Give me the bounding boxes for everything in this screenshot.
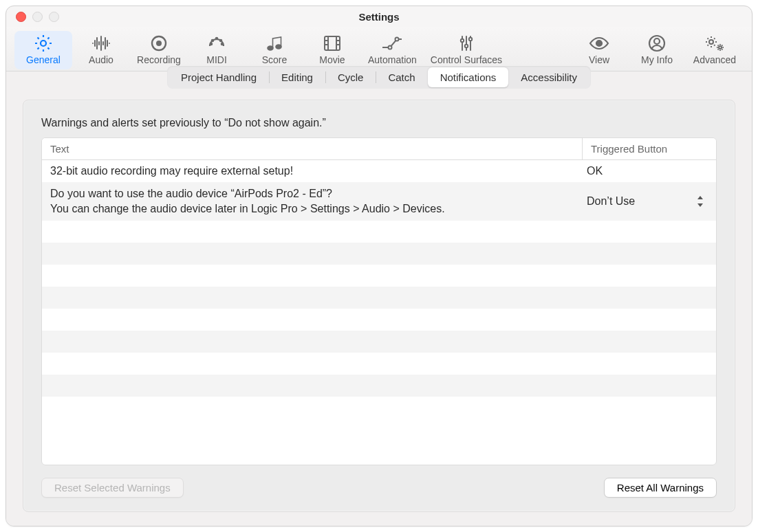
svg-point-13 bbox=[461, 39, 464, 42]
toolbar-item-label: Recording bbox=[137, 54, 181, 65]
toolbar-item-label: Movie bbox=[319, 54, 345, 65]
waveform-icon bbox=[89, 34, 113, 53]
toolbar-item-automation[interactable]: Automation bbox=[361, 31, 424, 69]
panel-buttons: Reset Selected Warnings Reset All Warnin… bbox=[41, 478, 717, 498]
notifications-panel: Warnings and alerts set previously to “D… bbox=[23, 100, 735, 512]
midi-icon bbox=[205, 34, 228, 53]
toolbar-item-label: Audio bbox=[89, 54, 113, 65]
svg-point-15 bbox=[469, 38, 472, 41]
table-row bbox=[42, 353, 716, 375]
table-row bbox=[42, 287, 716, 309]
preferences-toolbar: General Audio Recording bbox=[6, 27, 752, 71]
reset-all-warnings-button[interactable]: Reset All Warnings bbox=[604, 478, 717, 498]
svg-point-3 bbox=[216, 38, 217, 39]
column-header-text[interactable]: Text bbox=[42, 138, 582, 159]
toolbar-item-label: View bbox=[589, 54, 609, 65]
general-subtabs: Project Handling Editing Cycle Catch Not… bbox=[167, 66, 591, 89]
titlebar: Settings bbox=[6, 6, 752, 27]
column-header-triggered-button[interactable]: Triggered Button bbox=[582, 138, 716, 159]
sliders-icon bbox=[455, 34, 478, 53]
toolbar-item-midi[interactable]: MIDI bbox=[188, 31, 246, 69]
subtab-accessibility[interactable]: Accessibility bbox=[508, 67, 589, 87]
panel-description: Warnings and alerts set previously to “D… bbox=[41, 117, 717, 129]
svg-point-6 bbox=[210, 43, 212, 45]
subtab-notifications[interactable]: Notifications bbox=[428, 67, 509, 87]
svg-rect-10 bbox=[325, 36, 340, 50]
table-body: 32-bit audio recording may require exter… bbox=[42, 160, 716, 465]
svg-point-11 bbox=[389, 46, 392, 49]
svg-point-7 bbox=[221, 43, 223, 45]
table-header: Text Triggered Button bbox=[42, 138, 716, 160]
window-title: Settings bbox=[358, 11, 399, 23]
subtab-editing[interactable]: Editing bbox=[269, 67, 325, 87]
svg-point-5 bbox=[220, 40, 221, 41]
suppressed-warnings-table[interactable]: Text Triggered Button 32-bit audio recor… bbox=[41, 137, 717, 465]
close-window-button[interactable] bbox=[16, 12, 26, 22]
svg-point-4 bbox=[212, 40, 213, 41]
toolbar-item-movie[interactable]: Movie bbox=[303, 31, 361, 69]
svg-point-12 bbox=[396, 38, 399, 41]
table-row bbox=[42, 331, 716, 353]
toolbar-item-score[interactable]: Score bbox=[246, 31, 303, 69]
toolbar-item-advanced[interactable]: Advanced bbox=[686, 31, 744, 69]
table-row bbox=[42, 309, 716, 331]
subtab-project-handling[interactable]: Project Handling bbox=[169, 67, 269, 87]
toolbar-item-control-surfaces[interactable]: Control Surfaces bbox=[424, 31, 509, 69]
svg-point-18 bbox=[654, 38, 660, 44]
svg-point-16 bbox=[596, 41, 602, 46]
film-icon bbox=[321, 34, 344, 53]
automation-icon bbox=[380, 34, 404, 53]
triggered-button-popup[interactable]: Don’t Use bbox=[578, 192, 716, 211]
toolbar-item-view[interactable]: View bbox=[570, 31, 628, 69]
table-row bbox=[42, 221, 716, 243]
toolbar-item-audio[interactable]: Audio bbox=[72, 31, 130, 69]
window-controls bbox=[16, 12, 59, 22]
svg-point-2 bbox=[156, 41, 162, 46]
music-note-icon bbox=[263, 34, 286, 53]
record-icon bbox=[147, 34, 171, 53]
table-row bbox=[42, 375, 716, 397]
toolbar-item-general[interactable]: General bbox=[14, 31, 72, 69]
table-row[interactable]: Do you want to use the audio device “Air… bbox=[42, 182, 716, 221]
toolbar-item-recording[interactable]: Recording bbox=[130, 31, 188, 69]
zoom-window-button[interactable] bbox=[49, 12, 59, 22]
toolbar-item-my-info[interactable]: My Info bbox=[628, 31, 686, 69]
table-row[interactable]: 32-bit audio recording may require exter… bbox=[42, 160, 716, 182]
double-gear-icon bbox=[703, 34, 726, 53]
svg-point-19 bbox=[709, 40, 713, 44]
minimize-window-button[interactable] bbox=[32, 12, 43, 22]
svg-point-0 bbox=[41, 41, 46, 46]
subtab-catch[interactable]: Catch bbox=[376, 67, 427, 87]
gear-icon bbox=[32, 34, 55, 53]
user-icon bbox=[645, 34, 669, 53]
settings-window: Settings General Audio bbox=[6, 5, 752, 527]
toolbar-item-label: Advanced bbox=[693, 54, 736, 65]
preferences-body: Project Handling Editing Cycle Catch Not… bbox=[6, 71, 752, 526]
toolbar-item-label: Score bbox=[262, 54, 288, 65]
toolbar-item-label: My Info bbox=[641, 54, 673, 65]
table-row bbox=[42, 243, 716, 265]
triggered-button-value: OK bbox=[587, 165, 603, 177]
warning-text: Do you want to use the audio device “Air… bbox=[42, 183, 578, 219]
triggered-button-cell: OK bbox=[578, 162, 716, 181]
warning-text: 32-bit audio recording may require exter… bbox=[42, 160, 578, 182]
subtab-cycle[interactable]: Cycle bbox=[325, 67, 376, 87]
toolbar-item-label: Control Surfaces bbox=[431, 54, 502, 65]
svg-point-20 bbox=[719, 46, 722, 49]
reset-selected-warnings-button[interactable]: Reset Selected Warnings bbox=[41, 478, 184, 498]
triggered-button-value: Don’t Use bbox=[587, 195, 635, 208]
toolbar-item-label: MIDI bbox=[206, 54, 227, 65]
popup-chevron-icon bbox=[697, 196, 704, 207]
table-row bbox=[42, 265, 716, 287]
eye-icon bbox=[587, 34, 611, 53]
toolbar-item-label: Automation bbox=[368, 54, 417, 65]
toolbar-item-label: General bbox=[26, 54, 61, 65]
svg-point-14 bbox=[465, 45, 468, 47]
